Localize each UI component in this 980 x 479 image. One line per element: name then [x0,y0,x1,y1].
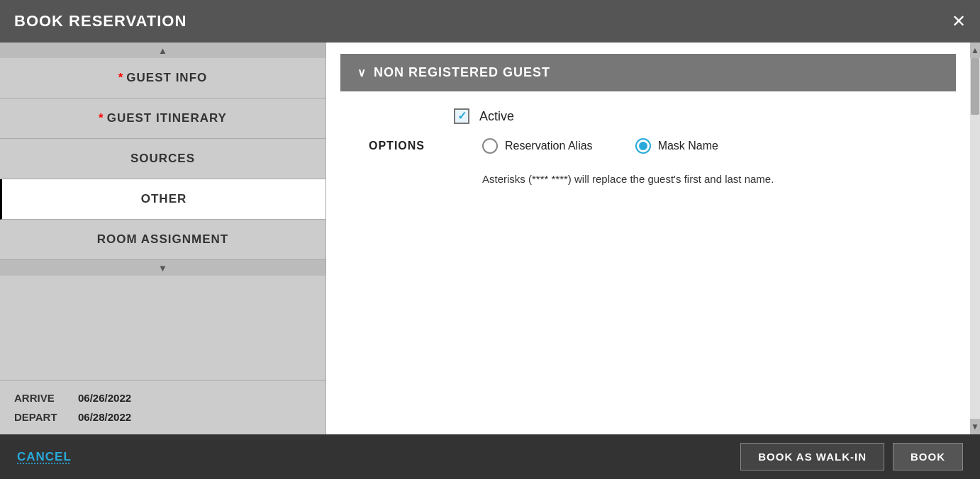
depart-value: 06/28/2022 [78,411,131,423]
scrollbar-up[interactable]: ▲ [970,43,980,58]
sidebar-item-other[interactable]: OTHER [0,179,325,220]
scrollbar-thumb[interactable] [971,58,979,115]
sidebar-item-guest-info[interactable]: *GUEST INFO [0,58,325,98]
required-star: * [118,71,124,84]
section-body: ✓ Active OPTIONS Reservation Al [326,91,970,205]
radio-options: Reservation Alias Mask Name [482,138,718,154]
scrollbar-track [970,58,980,419]
chevron-icon: ∨ [357,66,367,79]
depart-label: DEPART [14,411,64,423]
radio-reservation-alias[interactable]: Reservation Alias [482,138,593,154]
sidebar-nav: ▲ *GUEST INFO *GUEST ITINERARY SOURCES O… [0,43,325,380]
info-text: Asterisks (**** ****) will replace the g… [369,171,794,188]
sidebar-item-guest-itinerary[interactable]: *GUEST ITINERARY [0,98,325,139]
arrive-depart-section: ARRIVE 06/26/2022 DEPART 06/28/2022 [14,392,311,423]
required-star: * [99,111,104,125]
sidebar-item-room-assignment[interactable]: ROOM ASSIGNMENT [0,220,325,260]
radio-label-alias: Reservation Alias [505,140,593,152]
book-walkin-button[interactable]: BOOK AS WALK-IN [740,443,884,470]
right-scroll-area: ∨ NON REGISTERED GUEST ✓ Active [326,43,980,434]
modal-header: BOOK RESERVATION ✕ [0,0,980,43]
close-button[interactable]: ✕ [952,13,966,30]
arrive-value: 06/26/2022 [78,392,131,404]
radio-mask-name[interactable]: Mask Name [635,138,718,154]
sidebar-footer: ARRIVE 06/26/2022 DEPART 06/28/2022 [0,380,325,434]
content-scrollbar: ▲ ▼ [970,43,980,434]
sidebar: ▲ *GUEST INFO *GUEST ITINERARY SOURCES O… [0,43,326,434]
options-label: OPTIONS [369,138,454,152]
sidebar-scroll-down[interactable]: ▼ [0,260,325,276]
checkmark-icon: ✓ [457,111,467,122]
active-row: ✓ Active [369,108,928,124]
content-inner: ∨ NON REGISTERED GUEST ✓ Active [326,43,970,434]
content-area: ∨ NON REGISTERED GUEST ✓ Active [326,43,970,434]
book-button[interactable]: BOOK [893,443,963,470]
options-row: OPTIONS Reservation Alias [369,138,928,154]
radio-circle-mask [635,138,651,154]
modal-body: ▲ *GUEST INFO *GUEST ITINERARY SOURCES O… [0,43,980,434]
radio-circle-alias [482,138,498,154]
sidebar-scroll-up[interactable]: ▲ [0,43,325,58]
active-label: Active [479,109,514,124]
arrive-label: ARRIVE [14,392,64,404]
footer-right: BOOK AS WALK-IN BOOK [740,443,963,470]
modal-footer: CANCEL BOOK AS WALK-IN BOOK [0,434,980,479]
section-title: NON REGISTERED GUEST [374,65,550,80]
section-header[interactable]: ∨ NON REGISTERED GUEST [340,54,956,91]
depart-row: DEPART 06/28/2022 [14,411,311,423]
scrollbar-down[interactable]: ▼ [970,419,980,434]
modal-title: BOOK RESERVATION [14,12,186,30]
book-reservation-modal: BOOK RESERVATION ✕ ▲ *GUEST INFO *GUEST … [0,0,980,479]
cancel-button[interactable]: CANCEL [17,450,72,464]
active-checkbox[interactable]: ✓ [454,108,469,124]
sidebar-item-sources[interactable]: SOURCES [0,139,325,179]
arrive-row: ARRIVE 06/26/2022 [14,392,311,404]
radio-label-mask: Mask Name [658,140,718,152]
